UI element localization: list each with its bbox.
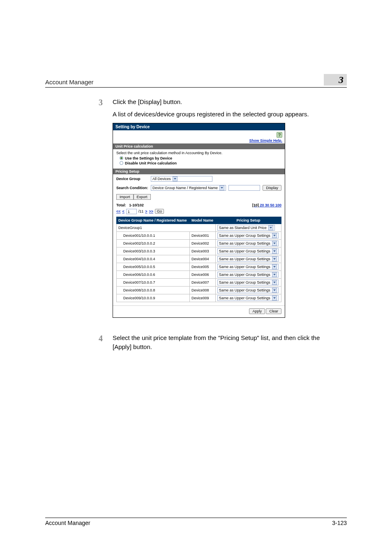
chevron-down-icon	[272, 296, 277, 301]
radio-disable[interactable]	[120, 161, 123, 165]
model-name-cell: Device008	[189, 286, 215, 294]
pricing-setup-select[interactable]: Same as Upper Group Settings	[217, 280, 279, 285]
footer-left: Account Manager	[45, 520, 90, 526]
display-button[interactable]: Display	[263, 185, 281, 191]
pricing-setup-select[interactable]: Same as Upper Group Settings	[217, 287, 279, 293]
table-row: Device008/10.0.0.8Device008Same as Upper…	[117, 286, 281, 294]
chevron-down-icon	[272, 288, 277, 293]
pager-current-input[interactable]: 1	[126, 209, 137, 214]
chevron-down-icon	[272, 280, 277, 285]
chevron-down-icon	[272, 249, 277, 254]
pager-next[interactable]: >	[145, 209, 147, 213]
pager-first[interactable]: <<	[116, 209, 121, 213]
device-name-cell: Device002/10.0.0.2	[117, 239, 190, 247]
chevron-down-icon	[272, 257, 277, 261]
table-row: Device002/10.0.0.2Device002Same as Upper…	[117, 239, 281, 247]
step-4-number: 4	[99, 333, 113, 352]
panel-title: Setting by Device	[113, 123, 285, 130]
pager-prev[interactable]: <	[122, 209, 125, 213]
pricing-setup-select[interactable]: Same as Upper Group Settings	[217, 240, 279, 246]
device-table: Device Group Name / Registered Name Mode…	[116, 217, 281, 302]
pager-of: /11	[138, 209, 144, 213]
model-name-cell: Device006	[189, 271, 215, 278]
device-group-select[interactable]: All Devices	[151, 176, 212, 182]
device-name-cell: Device008/10.0.0.8	[117, 286, 190, 294]
table-row: Device007/10.0.0.7Device007Same as Upper…	[117, 278, 281, 286]
table-row: Device001/10.0.0.1Device001Same as Upper…	[117, 231, 281, 239]
search-condition-select[interactable]: Device Group Name / Registered Name	[151, 185, 226, 191]
pricing-setup-select[interactable]: Same as Upper Group Settings	[217, 256, 279, 262]
search-condition-label: Search Condition:	[116, 186, 148, 190]
total-label: Total:	[116, 203, 126, 207]
col-model: Model Name	[189, 217, 215, 224]
device-name-cell: Device005/10.0.0.5	[117, 263, 190, 271]
pricing-setup-select[interactable]: Same as Upper Group Settings	[217, 272, 279, 278]
import-button[interactable]: Import	[116, 194, 134, 200]
device-name-cell: Device001/10.0.0.1	[117, 231, 190, 239]
chevron-down-icon	[173, 176, 178, 181]
chevron-down-icon	[268, 225, 273, 230]
pricing-setup-select[interactable]: Same as Upper Group Settings	[217, 233, 279, 238]
device-group-label: Device Group	[116, 177, 148, 181]
step-3-body: A list of devices/device groups register…	[113, 110, 326, 119]
footer-divider	[45, 518, 347, 518]
clear-button[interactable]: Clear	[266, 308, 281, 314]
model-name-cell: Device004	[189, 255, 215, 263]
apply-button[interactable]: Apply	[249, 308, 265, 314]
col-pricing: Pricing Setup	[215, 217, 281, 224]
table-row: Device009/10.0.0.9Device009Same as Upper…	[117, 294, 281, 302]
model-name-cell: Device005	[189, 263, 215, 271]
footer-right: 3-123	[332, 520, 347, 526]
table-row: Device004/10.0.0.4Device004Same as Upper…	[117, 255, 281, 263]
device-name-cell: Device009/10.0.0.9	[117, 294, 190, 302]
step-3-text: Click the [Display] button.	[113, 97, 182, 107]
step-3-number: 3	[99, 97, 113, 107]
col-group: Device Group Name / Registered Name	[117, 217, 190, 224]
group-name-cell: DeviceGroup1	[117, 224, 216, 231]
pager-last[interactable]: >>	[149, 209, 154, 213]
pricing-setup-select[interactable]: Same as Upper Group Settings	[217, 264, 279, 270]
show-simple-help-link[interactable]: Show Simple Help.	[115, 139, 282, 143]
table-row: Device006/10.0.0.6Device006Same as Upper…	[117, 271, 281, 278]
model-name-cell: Device003	[189, 247, 215, 255]
model-name-cell: Device002	[189, 239, 215, 247]
model-name-cell: Device001	[189, 231, 215, 239]
table-row: Device003/10.0.0.3Device003Same as Upper…	[117, 247, 281, 255]
help-icon[interactable]: ?	[277, 132, 282, 138]
device-name-cell: Device006/10.0.0.6	[117, 271, 190, 278]
device-name-cell: Device007/10.0.0.7	[117, 278, 190, 286]
chevron-down-icon	[272, 272, 277, 277]
total-value: 1-10/102	[129, 203, 144, 207]
unit-price-section-header: Unit Price calculation	[113, 143, 285, 149]
pricing-section-header: Pricing Setup	[113, 169, 285, 174]
settings-panel-screenshot: Setting by Device ? Show Simple Help. Un…	[113, 123, 285, 318]
chevron-down-icon	[272, 233, 277, 238]
search-condition-value: Device Group Name / Registered Name	[152, 186, 218, 190]
chevron-down-icon	[272, 264, 277, 269]
chapter-number: 3	[324, 74, 347, 86]
pricing-setup-select[interactable]: Same as Upper Group Settings	[217, 295, 279, 301]
unit-price-desc: Select the unit price calculation method…	[116, 151, 281, 155]
device-group-value: All Devices	[152, 177, 171, 181]
model-name-cell: Device009	[189, 294, 215, 302]
search-condition-input[interactable]	[228, 185, 260, 191]
radio-disable-label: Disable Unit Price calculation	[125, 161, 177, 165]
radio-use-settings-label: Use the Settings by Device	[125, 156, 172, 160]
table-row: Device005/10.0.0.5Device005Same as Upper…	[117, 263, 281, 271]
device-name-cell: Device004/10.0.0.4	[117, 255, 190, 263]
page-size-links[interactable]: [10] 20 30 50 100	[252, 203, 281, 207]
step-4-text: Select the unit price template from the …	[113, 333, 326, 352]
export-button[interactable]: Export	[134, 194, 151, 200]
pricing-setup-select[interactable]: Same as Standard Unit Price	[217, 225, 275, 231]
page-header: Account Manager	[45, 79, 94, 86]
model-name-cell: Device007	[189, 278, 215, 286]
divider	[45, 87, 347, 88]
chevron-down-icon	[219, 185, 224, 190]
chevron-down-icon	[272, 241, 277, 246]
device-name-cell: Device003/10.0.0.3	[117, 247, 190, 255]
pricing-setup-select[interactable]: Same as Upper Group Settings	[217, 248, 279, 254]
pager-go-button[interactable]: Go	[155, 209, 164, 214]
radio-use-settings[interactable]	[120, 156, 123, 160]
table-row: DeviceGroup1Same as Standard Unit Price	[117, 224, 281, 231]
